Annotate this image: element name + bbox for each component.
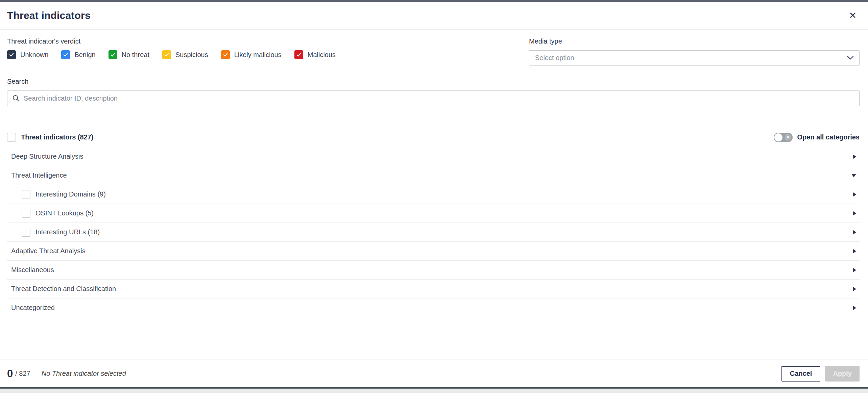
verdict-filter: Threat indicator's verdict UnknownBenign… bbox=[7, 37, 348, 66]
category-label: Deep Structure Analysis bbox=[11, 153, 83, 160]
search-input[interactable] bbox=[24, 95, 854, 102]
filters-row: Threat indicator's verdict UnknownBenign… bbox=[0, 30, 868, 66]
chevron-right-icon bbox=[853, 268, 856, 272]
checkbox-checked-icon[interactable] bbox=[108, 50, 117, 59]
category-row-deep-structure-analysis[interactable]: Deep Structure Analysis bbox=[7, 147, 860, 166]
chevron-right-icon bbox=[853, 230, 856, 235]
verdict-option-benign[interactable]: Benign bbox=[61, 50, 95, 59]
toggle-off-icon: ✕ bbox=[785, 134, 791, 141]
category-row-threat-intelligence[interactable]: Threat Intelligence bbox=[7, 166, 860, 185]
close-icon[interactable]: ✕ bbox=[847, 10, 858, 22]
modal-title: Threat indicators bbox=[7, 10, 91, 21]
chevron-right-icon bbox=[853, 154, 856, 159]
checkbox-checked-icon[interactable] bbox=[294, 50, 303, 59]
checkbox-checked-icon[interactable] bbox=[7, 50, 16, 59]
toggle-knob bbox=[774, 133, 782, 141]
chevron-right-icon bbox=[853, 192, 856, 197]
media-type-filter: Media type Select option bbox=[529, 37, 860, 66]
category-row-miscellaneous[interactable]: Miscellaneous bbox=[7, 260, 860, 279]
category-list: Deep Structure AnalysisThreat Intelligen… bbox=[7, 147, 860, 317]
category-row-threat-detection-and-classification[interactable]: Threat Detection and Classification bbox=[7, 279, 860, 298]
subcategory-checkbox[interactable] bbox=[22, 228, 30, 237]
subcategory-label: Interesting Domains (9) bbox=[35, 190, 106, 198]
apply-button[interactable]: Apply bbox=[825, 366, 860, 382]
category-label: Threat Detection and Classification bbox=[11, 285, 116, 293]
verdict-option-label: Suspicious bbox=[175, 51, 208, 59]
search-section: Search bbox=[0, 66, 868, 106]
category-label: Uncategorized bbox=[11, 304, 55, 312]
list-header-label: Threat indicators (827) bbox=[21, 133, 94, 141]
category-row-uncategorized[interactable]: Uncategorized bbox=[7, 298, 860, 317]
subcategory-checkbox[interactable] bbox=[22, 190, 30, 199]
search-label: Search bbox=[7, 78, 860, 85]
search-icon bbox=[12, 95, 20, 102]
subcategory-row-interesting-domains-9[interactable]: Interesting Domains (9) bbox=[7, 185, 860, 204]
subcategory-label: Interesting URLs (18) bbox=[35, 228, 100, 236]
modal-footer: 0 / 827 No Threat indicator selected Can… bbox=[0, 360, 868, 387]
category-label: Miscellaneous bbox=[11, 266, 54, 274]
subcategory-row-interesting-urls-18[interactable]: Interesting URLs (18) bbox=[7, 222, 860, 241]
verdict-option-label: Likely malicious bbox=[234, 51, 282, 59]
search-box bbox=[7, 90, 860, 106]
checkbox-checked-icon[interactable] bbox=[221, 50, 230, 59]
selected-count: 0 bbox=[7, 368, 13, 380]
category-label: Adaptive Threat Analysis bbox=[11, 247, 86, 255]
media-type-label: Media type bbox=[529, 37, 860, 45]
verdict-option-suspicious[interactable]: Suspicious bbox=[162, 50, 208, 59]
media-type-select[interactable]: Select option bbox=[529, 50, 860, 66]
media-type-selected-value: Select option bbox=[535, 54, 574, 62]
verdict-option-no-threat[interactable]: No threat bbox=[108, 50, 149, 59]
chevron-right-icon bbox=[853, 287, 856, 291]
open-all-categories-toggle[interactable]: ✕ bbox=[774, 133, 793, 142]
subcategory-row-osint-lookups-5[interactable]: OSINT Lookups (5) bbox=[7, 204, 860, 222]
verdict-label: Threat indicator's verdict bbox=[7, 37, 348, 45]
chevron-right-icon bbox=[853, 306, 856, 310]
modal-header: Threat indicators ✕ bbox=[0, 2, 868, 30]
total-count: / 827 bbox=[15, 370, 30, 377]
list-header-row: Threat indicators (827) ✕ Open all categ… bbox=[7, 128, 860, 147]
chevron-down-icon bbox=[851, 174, 856, 177]
subcategory-checkbox[interactable] bbox=[22, 209, 30, 218]
verdict-option-label: Benign bbox=[74, 51, 95, 59]
verdict-option-malicious[interactable]: Malicious bbox=[294, 50, 336, 59]
verdict-option-likely-malicious[interactable]: Likely malicious bbox=[221, 50, 282, 59]
open-all-categories-label: Open all categories bbox=[797, 133, 860, 141]
chevron-right-icon bbox=[853, 249, 856, 254]
verdict-option-label: No threat bbox=[122, 51, 149, 59]
subcategory-label: OSINT Lookups (5) bbox=[35, 209, 94, 217]
cancel-button[interactable]: Cancel bbox=[781, 366, 821, 382]
category-label: Threat Intelligence bbox=[11, 172, 67, 179]
verdict-option-unknown[interactable]: Unknown bbox=[7, 50, 48, 59]
verdict-option-label: Unknown bbox=[20, 51, 48, 59]
footer-buttons: Cancel Apply bbox=[781, 366, 860, 382]
selection-message: No Threat indicator selected bbox=[42, 370, 126, 377]
category-row-adaptive-threat-analysis[interactable]: Adaptive Threat Analysis bbox=[7, 241, 860, 260]
checkbox-checked-icon[interactable] bbox=[61, 50, 70, 59]
chevron-right-icon bbox=[853, 211, 856, 216]
verdict-options: UnknownBenignNo threatSuspiciousLikely m… bbox=[7, 50, 348, 59]
chevron-down-icon bbox=[847, 56, 853, 60]
open-all-categories-control: ✕ Open all categories bbox=[774, 133, 860, 142]
page-backdrop bbox=[0, 389, 868, 393]
indicator-list-section: Threat indicators (827) ✕ Open all categ… bbox=[7, 128, 860, 317]
select-all-checkbox[interactable] bbox=[7, 133, 16, 142]
threat-indicators-modal: Threat indicators ✕ Threat indicator's v… bbox=[0, 0, 868, 393]
checkbox-checked-icon[interactable] bbox=[162, 50, 171, 59]
verdict-option-label: Malicious bbox=[308, 51, 336, 59]
